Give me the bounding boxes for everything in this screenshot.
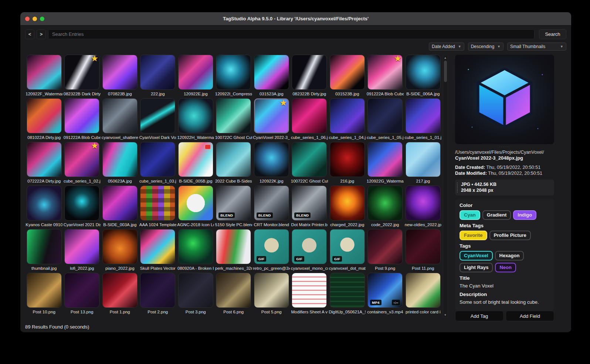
thumbnail[interactable]: ★ [254, 98, 289, 133]
thumbnail[interactable] [406, 142, 441, 177]
thumbnail[interactable] [27, 55, 62, 90]
thumbnail[interactable] [102, 229, 138, 264]
thumbnail[interactable] [140, 273, 175, 308]
scrollbar-track[interactable] [443, 60, 448, 313]
filetype-badge: GIF [332, 256, 342, 262]
sort-direction-dropdown[interactable]: Descending ▼ [468, 42, 503, 51]
search-input[interactable] [48, 29, 535, 39]
thumbnail[interactable] [292, 273, 327, 308]
thumbnail[interactable] [330, 142, 365, 177]
thumbnail[interactable] [140, 55, 175, 90]
thumbnail[interactable] [64, 229, 99, 264]
thumbnail-filename: thumbnail.jpg [26, 266, 62, 271]
thumbnail[interactable] [406, 55, 441, 90]
close-window-button[interactable] [25, 17, 30, 21]
thumbnail[interactable] [178, 273, 213, 308]
thumbnail[interactable] [102, 273, 138, 308]
tag-pill[interactable]: Neon [495, 263, 516, 272]
thumbnail[interactable] [178, 98, 213, 133]
thumbnail[interactable] [27, 186, 62, 221]
thumbnail[interactable] [330, 98, 365, 133]
tag-pill[interactable]: Light Rays [460, 263, 493, 272]
scrollbar-thumb[interactable] [444, 61, 447, 82]
thumbnail[interactable] [27, 142, 62, 177]
thumbnail[interactable] [367, 186, 403, 221]
thumbnail[interactable] [27, 98, 62, 133]
thumbnail[interactable] [330, 186, 365, 221]
thumbnail[interactable] [292, 142, 327, 177]
thumbnail[interactable] [254, 55, 289, 90]
thumbnail[interactable]: BLEND [216, 186, 251, 221]
thumbnail[interactable]: BLEND [292, 186, 327, 221]
tag-pill[interactable]: Hexagon [495, 251, 524, 261]
thumbnail[interactable] [64, 186, 99, 221]
thumbnail[interactable] [406, 273, 441, 308]
thumbnail[interactable] [292, 55, 327, 90]
thumbnail[interactable] [102, 186, 138, 221]
thumbnail[interactable] [140, 229, 175, 264]
thumbnail[interactable] [367, 98, 403, 133]
thumbnail[interactable] [178, 229, 213, 264]
tag-pill[interactable]: Indigo [513, 210, 536, 220]
zoom-window-button[interactable] [40, 17, 44, 21]
minimize-window-button[interactable] [33, 17, 37, 21]
forward-button[interactable]: > [37, 30, 46, 39]
thumbnail[interactable] [64, 273, 99, 308]
scroll-up-icon[interactable]: ▲ [444, 55, 447, 60]
thumbnail[interactable]: GIF [254, 229, 289, 264]
add-field-button[interactable]: Add Field [506, 311, 554, 321]
grid-item: charged_2022.jpg [328, 186, 366, 229]
thumbnail[interactable] [216, 55, 251, 90]
thumbnail[interactable]: GIF [330, 229, 365, 264]
thumbnail[interactable] [178, 55, 213, 90]
search-button[interactable]: Search [539, 29, 566, 39]
tag-pill[interactable]: CyanVoxel [460, 251, 493, 261]
thumbnail[interactable] [330, 273, 365, 308]
thumbnail[interactable]: ★ [367, 55, 403, 90]
back-button[interactable]: < [25, 30, 34, 39]
thumbnail[interactable] [216, 98, 251, 133]
thumbnail[interactable]: MP4-:-- [367, 273, 403, 308]
thumbnail[interactable] [27, 273, 62, 308]
thumbnail[interactable] [178, 186, 213, 221]
scroll-down-icon[interactable]: ▼ [444, 313, 447, 317]
thumbnail[interactable] [406, 98, 441, 133]
thumbnail[interactable] [254, 273, 289, 308]
thumbnail[interactable] [140, 186, 175, 221]
thumbnail[interactable] [292, 98, 327, 133]
thumbnail[interactable] [140, 142, 175, 177]
thumbnail[interactable]: GIF [292, 229, 327, 264]
grid-item: 100722C Ghost Cut [291, 142, 329, 186]
tag-pill[interactable]: Cyan [460, 210, 480, 220]
thumbnail[interactable] [367, 142, 403, 177]
thumbnail[interactable] [216, 273, 251, 308]
sort-field-dropdown[interactable]: Date Added ▼ [429, 42, 464, 51]
add-tag-button[interactable]: Add Tag [455, 311, 503, 321]
thumbnail[interactable] [178, 142, 213, 177]
thumbnail[interactable] [102, 142, 138, 177]
thumbnail[interactable] [64, 98, 99, 133]
tag-pill[interactable]: Profile Picture [489, 231, 531, 240]
thumbnail[interactable] [102, 55, 138, 90]
grid-item: 222.jpg [139, 55, 177, 98]
thumbnail[interactable]: ★ [64, 55, 99, 90]
preview-image[interactable] [455, 55, 554, 144]
thumbnail[interactable]: ★ [64, 142, 99, 177]
thumbnail[interactable] [216, 229, 251, 264]
grid-scrollbar[interactable]: ▲ ▼ [443, 55, 448, 318]
thumbnail[interactable]: BLEND [254, 186, 289, 221]
panel-resize-handle[interactable]: ······ [455, 145, 554, 149]
thumbnail[interactable] [406, 229, 441, 264]
thumbnail[interactable] [330, 55, 365, 90]
tag-pill[interactable]: Gradient [482, 210, 511, 220]
thumbnail-filename: 217.jpg [404, 179, 441, 183]
thumbnail[interactable] [216, 142, 251, 177]
thumbnail[interactable] [140, 98, 175, 133]
thumbnail[interactable] [27, 229, 62, 264]
thumbnail-size-dropdown[interactable]: Small Thumbnails ▼ [507, 42, 566, 51]
thumbnail[interactable] [406, 186, 441, 221]
thumbnail[interactable] [102, 98, 138, 133]
tag-pill[interactable]: Favorite [460, 231, 487, 240]
thumbnail[interactable] [254, 142, 289, 177]
thumbnail[interactable] [367, 229, 403, 264]
